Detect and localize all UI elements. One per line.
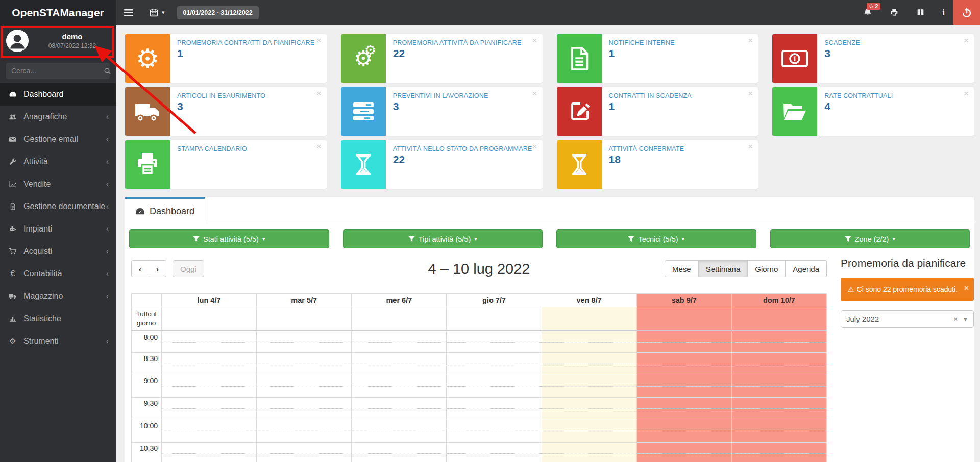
calendar-slot[interactable] — [731, 352, 826, 375]
close-icon[interactable]: × — [748, 36, 753, 45]
widget-preventivi-lavorazione[interactable]: PREVENTIVI IN LAVORAZIONE3 × — [341, 87, 543, 136]
tab-dashboard[interactable]: Dashboard — [125, 197, 205, 223]
sidebar-item-impianti[interactable]: Impianti ‹ — [0, 218, 116, 240]
calendar-slot[interactable] — [446, 375, 541, 397]
filter-tipi-attivita[interactable]: Tipi attività (5/5)▾ — [343, 229, 543, 248]
widget-scadenze[interactable]: 1 SCADENZE3 × — [772, 34, 974, 83]
calendar-slot[interactable] — [542, 442, 636, 462]
sidebar-item-dashboard[interactable]: Dashboard — [0, 83, 116, 106]
calendar-slot[interactable] — [542, 352, 636, 375]
sidebar-toggle-button[interactable] — [116, 0, 141, 25]
date-range-badge[interactable]: 01/01/2022 - 31/12/2022 — [177, 6, 259, 19]
filter-stati-attivita[interactable]: Stati attività (5/5)▾ — [129, 229, 329, 248]
close-icon[interactable]: × — [964, 36, 969, 45]
calendar-prev-button[interactable]: ‹ — [131, 260, 149, 277]
calendar-slot[interactable] — [256, 397, 351, 420]
calendar-slot[interactable] — [542, 420, 636, 442]
calendar-slot[interactable] — [161, 442, 256, 462]
calendar-slot[interactable] — [636, 352, 731, 375]
calendar-slot[interactable] — [351, 397, 446, 420]
calendar-slot[interactable] — [161, 352, 256, 375]
all-day-cell[interactable] — [161, 307, 256, 330]
search-icon[interactable] — [104, 67, 111, 75]
sidebar-item-strumenti[interactable]: ⚙ Strumenti ‹ — [0, 330, 116, 352]
widget-attivita-confermate[interactable]: ATTIVITÀ CONFERMATE18 × — [557, 140, 758, 189]
sidebar-item-contabilita[interactable]: € Contabilità ‹ — [0, 263, 116, 285]
sidebar-item-acquisti[interactable]: Acquisti ‹ — [0, 240, 116, 263]
widget-contratti-scadenza[interactable]: CONTRATTI IN SCADENZA1 × — [557, 87, 758, 136]
calendar-slot[interactable] — [256, 375, 351, 397]
sidebar-item-statistiche[interactable]: Statistiche — [0, 307, 116, 330]
calendar-slot[interactable] — [161, 420, 256, 442]
info-button[interactable]: i — [934, 0, 953, 25]
calendar-slot[interactable] — [446, 331, 541, 353]
calendar-slot[interactable] — [256, 420, 351, 442]
calendar-slot[interactable] — [636, 442, 731, 462]
widget-notifiche-interne[interactable]: NOTIFICHE INTERNE1 × — [557, 34, 758, 83]
calendar-slot[interactable] — [161, 397, 256, 420]
filter-zone[interactable]: Zone (2/2)▾ — [770, 229, 970, 248]
user-panel[interactable]: demo 08/07/2022 12:32 — [0, 25, 116, 57]
view-mese-button[interactable]: Mese — [665, 260, 699, 277]
calendar-slot[interactable] — [636, 375, 731, 397]
all-day-cell[interactable] — [446, 307, 541, 330]
calendar-slot[interactable] — [731, 331, 826, 353]
calendar-slot[interactable] — [446, 442, 541, 462]
close-icon[interactable]: × — [532, 142, 537, 151]
sidebar-item-vendite[interactable]: Vendite ‹ — [0, 173, 116, 195]
all-day-cell[interactable] — [542, 307, 636, 330]
calendar-slot[interactable] — [351, 442, 446, 462]
month-select[interactable]: July 2022 × ▼ — [841, 310, 974, 328]
notifications-button[interactable]: 2 — [854, 0, 881, 25]
calendar-today-button[interactable]: Oggi — [173, 260, 204, 277]
calendar-slot[interactable] — [636, 397, 731, 420]
close-icon[interactable]: × — [964, 89, 969, 98]
calendar-next-button[interactable]: › — [149, 260, 166, 277]
all-day-cell[interactable] — [256, 307, 351, 330]
calendar-slot[interactable] — [542, 331, 636, 353]
view-settimana-button[interactable]: Settimana — [699, 260, 748, 277]
calendar-slot[interactable] — [256, 331, 351, 353]
widget-attivita-da-programmare[interactable]: ATTIVITÀ NELLO STATO DA PROGRAMMARE22 × — [341, 140, 543, 189]
widget-stampa-calendario[interactable]: STAMPA CALENDARIO × — [125, 140, 327, 189]
widget-articoli-esaurimento[interactable]: ARTICOLI IN ESAURIMENTO3 × — [125, 87, 327, 136]
clear-icon[interactable]: × — [949, 315, 963, 323]
widget-promemoria-attivita[interactable]: ⚙⚙ PROMEMORIA ATTIVITÀ DA PIANIFICARE22 … — [341, 34, 543, 83]
calendar-slot[interactable] — [256, 442, 351, 462]
period-picker-button[interactable]: ▾ — [141, 0, 173, 25]
logout-button[interactable] — [953, 0, 980, 25]
calendar-slot[interactable] — [542, 375, 636, 397]
calendar-slot[interactable] — [731, 375, 826, 397]
all-day-cell[interactable] — [731, 307, 826, 330]
sidebar-search[interactable] — [6, 63, 110, 79]
all-day-cell[interactable] — [351, 307, 446, 330]
calendar-slot[interactable] — [256, 352, 351, 375]
calendar-slot[interactable] — [351, 375, 446, 397]
sidebar-item-gestione-email[interactable]: Gestione email ‹ — [0, 128, 116, 150]
calendar-slot[interactable] — [446, 352, 541, 375]
calendar-slot[interactable] — [351, 420, 446, 442]
calendar-slot[interactable] — [636, 420, 731, 442]
sidebar-item-gestione-documentale[interactable]: Gestione documentale ‹ — [0, 195, 116, 218]
calendar-slot[interactable] — [351, 352, 446, 375]
calendar-slot[interactable] — [731, 420, 826, 442]
close-icon[interactable]: × — [532, 36, 537, 45]
widget-promemoria-contratti[interactable]: ⚙ PROMEMORIA CONTRATTI DA PIANIFICARE1 × — [125, 34, 327, 83]
sidebar-item-magazzino[interactable]: Magazzino ‹ — [0, 285, 116, 307]
search-input[interactable] — [11, 67, 104, 75]
close-icon[interactable]: × — [316, 142, 322, 151]
calendar-slot[interactable] — [161, 331, 256, 353]
close-icon[interactable]: × — [316, 89, 322, 98]
sidebar-item-attivita[interactable]: Attività ‹ — [0, 150, 116, 173]
calendar-slot[interactable] — [161, 375, 256, 397]
calendar-slot[interactable] — [351, 331, 446, 353]
close-icon[interactable]: × — [316, 36, 322, 45]
close-icon[interactable]: × — [532, 89, 537, 98]
docs-button[interactable] — [908, 0, 934, 25]
calendar-slot[interactable] — [636, 331, 731, 353]
widget-rate-contrattuali[interactable]: RATE CONTRATTUALI4 × — [772, 87, 974, 136]
calendar-slot[interactable] — [542, 397, 636, 420]
filter-tecnici[interactable]: Tecnici (5/5)▾ — [556, 229, 756, 248]
sidebar-item-anagrafiche[interactable]: Anagrafiche ‹ — [0, 106, 116, 128]
close-icon[interactable]: × — [748, 142, 753, 151]
